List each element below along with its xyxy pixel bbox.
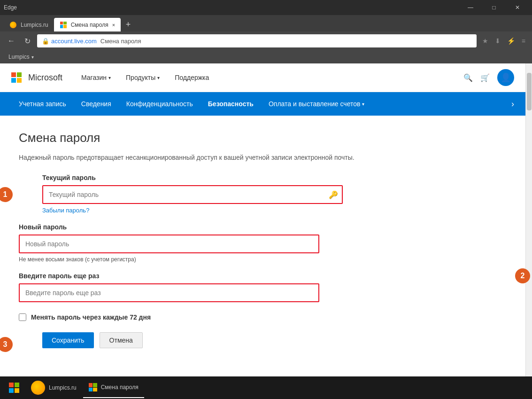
tab-close-icon[interactable]: × bbox=[112, 22, 115, 28]
tab-lumpics-icon bbox=[9, 21, 17, 29]
new-password-section: Новый пароль Не менее восьми знаков (с у… bbox=[19, 223, 507, 263]
tab-ms-icon bbox=[60, 21, 67, 29]
menu-icon[interactable]: ≡ bbox=[520, 35, 527, 47]
step2-badge: 2 bbox=[515, 268, 530, 283]
nav-account[interactable]: Учетная запись bbox=[11, 92, 74, 116]
confirm-password-input[interactable] bbox=[19, 283, 319, 302]
ms-topnav: Microsoft Магазин ▾ Продукты ▾ Поддержка bbox=[0, 63, 525, 92]
billing-arrow: ▾ bbox=[362, 102, 364, 107]
save-button[interactable]: Сохранить bbox=[42, 332, 94, 348]
ms-topnav-icons: 🔍 🛒 👤 bbox=[463, 69, 514, 86]
url-title: Смена пароля bbox=[100, 38, 141, 45]
address-bar-icons: ★ ⬇ ⚡ ≡ bbox=[480, 35, 527, 47]
fav-arrow-icon: ▾ bbox=[31, 55, 34, 60]
confirm-password-label: Введите пароль еще раз bbox=[19, 272, 478, 280]
checkbox-label: Менять пароль через каждые 72 дня bbox=[31, 313, 151, 321]
tab-bar: Lumpics.ru Смена пароля × + bbox=[0, 15, 532, 31]
scrollbar-thumb[interactable] bbox=[527, 73, 532, 110]
scrollbar[interactable] bbox=[525, 63, 532, 376]
taskbar-ms-icon bbox=[89, 383, 97, 391]
change-password-checkbox[interactable] bbox=[19, 313, 26, 321]
window-controls: — □ ✕ bbox=[460, 0, 528, 15]
nav-products[interactable]: Продукты ▾ bbox=[126, 74, 160, 81]
favorites-bar: Lumpics ▾ bbox=[0, 50, 532, 63]
download-icon[interactable]: ⬇ bbox=[493, 35, 502, 47]
step3-badge: 3 bbox=[0, 337, 13, 352]
tab-active[interactable]: Смена пароля × bbox=[54, 18, 121, 31]
password-reveal-icon[interactable]: 🔑 bbox=[329, 190, 338, 199]
new-password-input[interactable] bbox=[19, 235, 319, 253]
nav-security[interactable]: Безопасность bbox=[200, 92, 261, 116]
star-icon[interactable]: ★ bbox=[480, 35, 490, 47]
current-password-wrapper: 🔑 bbox=[42, 185, 343, 204]
ms-brand-label: Microsoft bbox=[28, 73, 62, 83]
tab-active-label: Смена пароля bbox=[71, 22, 108, 28]
title-bar: Edge — □ ✕ bbox=[0, 0, 532, 15]
page-description: Надежный пароль предотвращает несанкцион… bbox=[19, 153, 507, 163]
current-password-input[interactable] bbox=[42, 185, 343, 204]
ms-logo-squares bbox=[11, 72, 22, 83]
confirm-password-wrapper bbox=[19, 283, 319, 302]
new-password-wrapper bbox=[19, 235, 319, 253]
back-button[interactable]: ← bbox=[5, 35, 18, 47]
ms-topnav-links: Магазин ▾ Продукты ▾ Поддержка bbox=[81, 74, 209, 81]
minimize-button[interactable]: — bbox=[460, 0, 481, 15]
step1-badge: 1 bbox=[0, 187, 13, 202]
nav-info[interactable]: Сведения bbox=[74, 92, 119, 116]
logo-sq-green bbox=[17, 72, 22, 77]
logo-sq-blue bbox=[11, 78, 16, 83]
lock-icon: 🔒 bbox=[42, 38, 49, 45]
cart-icon[interactable]: 🛒 bbox=[480, 73, 490, 82]
refresh-button[interactable]: ↻ bbox=[22, 35, 33, 47]
ms-logo[interactable]: Microsoft bbox=[11, 72, 62, 83]
tab-indicator: Edge bbox=[4, 4, 17, 11]
taskbar-lumpics-icon bbox=[31, 381, 45, 395]
new-tab-button[interactable]: + bbox=[121, 18, 136, 31]
user-avatar[interactable]: 👤 bbox=[497, 69, 514, 86]
cancel-button[interactable]: Отмена bbox=[100, 332, 143, 348]
address-bar: ← ↻ 🔒 account.live.com Смена пароля ★ ⬇ … bbox=[0, 31, 532, 50]
logo-sq-red bbox=[11, 72, 16, 77]
logo-sq-yellow bbox=[17, 78, 22, 83]
maximize-button[interactable]: □ bbox=[483, 0, 505, 15]
page-content: Microsoft Магазин ▾ Продукты ▾ Поддержка bbox=[0, 63, 532, 376]
tab-lumpics-label: Lumpics.ru bbox=[21, 22, 48, 28]
address-input-area[interactable]: 🔒 account.live.com Смена пароля bbox=[37, 34, 477, 47]
tab-lumpics[interactable]: Lumpics.ru bbox=[4, 18, 54, 31]
taskbar-active-label: Смена пароля bbox=[101, 384, 139, 391]
taskbar-lumpics-label: Lumpics.ru bbox=[49, 384, 77, 391]
button-row: 3 Сохранить Отмена bbox=[19, 332, 507, 348]
taskbar-tab-active[interactable]: Смена пароля bbox=[83, 377, 144, 398]
forgot-password-link[interactable]: Забыли пароль? bbox=[42, 207, 507, 214]
search-icon[interactable]: 🔍 bbox=[463, 73, 473, 82]
lightning-icon[interactable]: ⚡ bbox=[505, 35, 517, 47]
taskbar-start[interactable] bbox=[4, 377, 24, 398]
url-site: account.live.com bbox=[51, 38, 97, 45]
checkbox-row: Менять пароль через каждые 72 дня bbox=[19, 313, 507, 321]
nav-store[interactable]: Магазин ▾ bbox=[81, 74, 111, 81]
taskbar-tab-lumpics[interactable]: Lumpics.ru bbox=[25, 377, 82, 398]
new-password-label: Новый пароль bbox=[19, 223, 478, 231]
password-hint: Не менее восьми знаков (с учетом регистр… bbox=[19, 256, 478, 263]
current-password-section: 1 Текущий пароль 🔑 Забыли пароль? bbox=[19, 174, 507, 214]
ms-bluenav: Учетная запись Сведения Конфиденциальнос… bbox=[0, 92, 525, 116]
ms-page: Microsoft Магазин ▾ Продукты ▾ Поддержка bbox=[0, 63, 532, 376]
nav-support[interactable]: Поддержка bbox=[175, 74, 209, 81]
close-button[interactable]: ✕ bbox=[507, 0, 528, 15]
nav-more[interactable]: › bbox=[511, 99, 514, 109]
taskbar: Lumpics.ru Смена пароля bbox=[0, 376, 532, 399]
nav-privacy[interactable]: Конфиденциальность bbox=[119, 92, 200, 116]
confirm-password-section: 2 Введите пароль еще раз bbox=[19, 272, 507, 302]
current-password-label: Текущий пароль bbox=[42, 174, 507, 181]
fav-lumpics[interactable]: Lumpics ▾ bbox=[5, 53, 38, 61]
nav-billing[interactable]: Оплата и выставление счетов ▾ bbox=[261, 92, 372, 116]
page-title: Смена пароля bbox=[19, 131, 507, 145]
ms-main: Смена пароля Надежный пароль предотвраща… bbox=[0, 116, 525, 363]
